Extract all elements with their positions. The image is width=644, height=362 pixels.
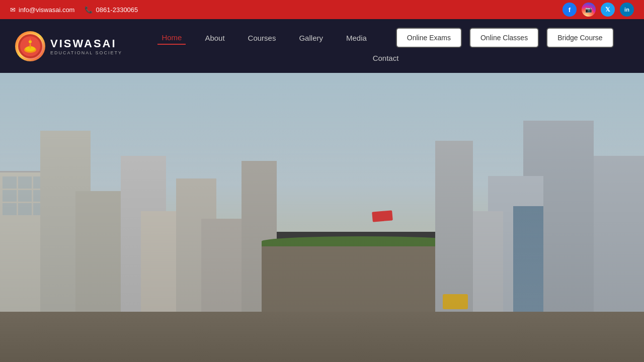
nav-about[interactable]: About: [201, 32, 228, 44]
nav-buttons: Online Exams Online Classes Bridge Cours…: [396, 28, 614, 48]
twitter-icon[interactable]: 𝕏: [601, 3, 615, 17]
phone-number: 0861-2330065: [96, 6, 138, 14]
nav-courses[interactable]: Courses: [244, 32, 280, 44]
phone-icon: 📞: [85, 6, 93, 14]
nav-top-row: Home About Courses Gallery Media Online …: [157, 28, 613, 48]
facebook-icon[interactable]: f: [562, 3, 577, 17]
logo-subtitle: EDUCATIONAL SOCIETY: [50, 50, 122, 55]
email-icon: ✉: [10, 6, 16, 14]
logo-icon: [17, 33, 43, 59]
contact-info: ✉ info@viswasai.com 📞 0861-2330065: [10, 6, 138, 14]
logo-circle: [15, 31, 45, 61]
online-exams-button[interactable]: Online Exams: [396, 28, 462, 48]
logo-area[interactable]: VISWASAI EDUCATIONAL SOCIETY: [15, 31, 122, 61]
nav-home[interactable]: Home: [157, 31, 186, 45]
scene-overlay: [0, 73, 644, 362]
nav-gallery[interactable]: Gallery: [295, 32, 327, 44]
hero-section: [0, 73, 644, 362]
city-scene: [0, 73, 644, 362]
navbar: VISWASAI EDUCATIONAL SOCIETY Home About …: [0, 19, 644, 73]
linkedin-icon[interactable]: in: [620, 3, 634, 17]
social-links: f 📷 𝕏 in: [562, 3, 634, 17]
top-bar: ✉ info@viswasai.com 📞 0861-2330065 f 📷 𝕏…: [0, 0, 644, 19]
bridge-course-button[interactable]: Bridge Course: [546, 28, 614, 48]
logo-text: VISWASAI EDUCATIONAL SOCIETY: [50, 37, 122, 55]
email-address: info@viswasai.com: [19, 6, 74, 14]
nav-media[interactable]: Media: [342, 32, 371, 44]
instagram-icon[interactable]: 📷: [582, 3, 596, 17]
logo-name: VISWASAI: [50, 37, 122, 50]
nav-links-container: Home About Courses Gallery Media Online …: [142, 28, 629, 64]
phone-contact: 📞 0861-2330065: [85, 6, 138, 14]
email-contact: ✉ info@viswasai.com: [10, 6, 74, 14]
online-classes-button[interactable]: Online Classes: [469, 28, 539, 48]
nav-bottom-row: Contact: [369, 52, 403, 64]
nav-contact[interactable]: Contact: [369, 52, 403, 64]
